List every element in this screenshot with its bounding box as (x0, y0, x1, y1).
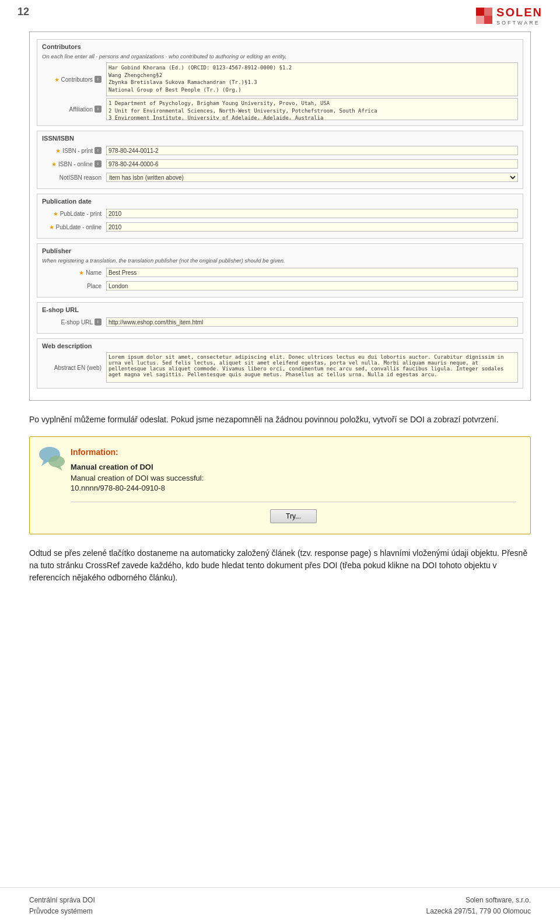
page-footer: Centrální správa DOI Průvodce systémem S… (0, 887, 560, 924)
isbn-online-info-icon: i (94, 160, 102, 167)
pubdate-online-star: ★ (49, 224, 54, 230)
eshop-label: E-shop URL i (42, 318, 106, 326)
info-box-title: Information: (71, 447, 516, 457)
isbn-online-star: ★ (51, 161, 57, 167)
isbn-print-info-icon: i (94, 147, 102, 154)
logo-solen: SOLEN SOFTWARE (476, 6, 542, 26)
contributors-label: ★ Contributors i (42, 76, 106, 83)
footer-right-line1: Solen software, s.r.o. (426, 895, 531, 906)
publisher-name-row: ★ Name (42, 267, 518, 278)
publisher-name-label: ★ Name (42, 270, 106, 276)
footer-left-line1: Centrální správa DOI (29, 895, 95, 906)
pubdate-print-star: ★ (53, 211, 58, 217)
contributors-hint: On each line enter all · persons and org… (42, 53, 518, 60)
publisher-place-row: Place (42, 280, 518, 292)
publisher-place-input[interactable] (106, 281, 518, 290)
footer-right: Solen software, s.r.o. Lazecká 297/51, 7… (426, 895, 531, 917)
eshop-section: E-shop URL E-shop URL i (37, 302, 523, 334)
svg-rect-2 (476, 16, 484, 24)
affiliation-input[interactable]: 1 Department of Psychology, Brigham Youn… (106, 98, 518, 120)
body-text-2: Odtud se přes zelené tlačítko dostaneme … (29, 547, 531, 584)
affiliation-field-row: Affiliation i 1 Department of Psychology… (42, 98, 518, 120)
publication-date-title: Publication date (42, 198, 518, 205)
svg-rect-1 (484, 8, 492, 16)
issn-isbn-title: ISSN/ISBN (42, 135, 518, 142)
issn-isbn-section: ISSN/ISBN ★ ISBN - print i ★ ISBN - onli… (37, 131, 523, 189)
svg-marker-7 (55, 466, 62, 471)
eshop-row: E-shop URL i (42, 316, 518, 328)
main-content: Contributors On each line enter all · pe… (0, 26, 560, 607)
notisbn-select[interactable]: item has isbn (written above) (106, 173, 518, 182)
eshop-info-icon: i (94, 318, 102, 326)
pubdate-online-row: ★ PubLdate - online (42, 221, 518, 233)
speech-bubbles-icon (38, 445, 67, 474)
info-box-success: Manual creation of DOI was successful: (71, 474, 516, 482)
abstract-input[interactable]: Lorem ipsum dolor sit amet, consectetur … (106, 352, 518, 383)
contributors-info-icon: i (94, 76, 102, 83)
notisbn-row: NotISBN reason item has isbn (written ab… (42, 172, 518, 183)
eshop-input[interactable] (106, 317, 518, 327)
pubdate-print-label: ★ PubLdate - print (42, 211, 106, 217)
publisher-hint: When registering a translation, the tran… (42, 257, 518, 264)
isbn-online-label: ★ ISBN - online i (42, 160, 106, 167)
abstract-row: Abstract EN (web) Lorem ipsum dolor sit … (42, 352, 518, 383)
footer-right-line2: Lazecká 297/51, 779 00 Olomouc (426, 906, 531, 917)
info-box-doi: 10.nnnn/978-80-244-0910-8 (71, 484, 516, 492)
contributors-field-row: ★ Contributors i Har Gobind Khorana (Ed.… (42, 62, 518, 96)
publisher-title: Publisher (42, 247, 518, 254)
bottom-section: Odtud se přes zelené tlačítko dostaneme … (29, 547, 531, 584)
affiliation-label: Affiliation i (42, 106, 106, 113)
footer-left: Centrální správa DOI Průvodce systémem (29, 895, 95, 917)
solen-logo-icon (476, 8, 492, 24)
body-text-1: Po vyplnění můžeme formulář odeslat. Pok… (29, 414, 531, 426)
page-header: 12 SOLEN SOFTWARE (0, 0, 560, 26)
pubdate-print-row: ★ PubLdate - print (42, 208, 518, 219)
svg-point-6 (48, 456, 65, 467)
publisher-place-label: Place (42, 283, 106, 289)
form-screenshot: Contributors On each line enter all · pe… (29, 32, 531, 401)
footer-left-line2: Průvodce systémem (29, 906, 95, 917)
isbn-print-row: ★ ISBN - print i (42, 145, 518, 156)
web-description-section: Web description Abstract EN (web) Lorem … (37, 338, 523, 388)
logo-software: SOFTWARE (496, 20, 542, 26)
info-box-icon (38, 445, 65, 472)
publisher-section: Publisher When registering a translation… (37, 243, 523, 298)
isbn-online-input[interactable] (106, 159, 518, 169)
publisher-name-input[interactable] (106, 268, 518, 277)
try-button[interactable]: Try... (270, 509, 317, 523)
pubdate-print-input[interactable] (106, 209, 518, 218)
page-number: 12 (18, 6, 29, 18)
isbn-print-star: ★ (55, 148, 61, 154)
svg-rect-3 (484, 16, 492, 24)
isbn-print-input[interactable] (106, 146, 518, 155)
contributors-star: ★ (54, 76, 60, 83)
svg-rect-0 (476, 8, 484, 16)
notisbn-label: NotISBN reason (42, 174, 106, 181)
publication-date-section: Publication date ★ PubLdate - print ★ Pu… (37, 194, 523, 239)
contributors-input[interactable]: Har Gobind Khorana (Ed.) (ORCID: 0123-45… (106, 62, 518, 96)
eshop-title: E-shop URL (42, 306, 518, 313)
web-description-title: Web description (42, 342, 518, 349)
info-box-divider (71, 502, 516, 502)
contributors-section: Contributors On each line enter all · pe… (37, 39, 523, 126)
info-box-content-label: Manual creation of DOI (71, 463, 516, 471)
pubdate-online-input[interactable] (106, 222, 518, 232)
affiliation-info-icon: i (94, 106, 102, 113)
isbn-print-label: ★ ISBN - print i (42, 147, 106, 154)
contributors-title: Contributors (42, 43, 518, 50)
isbn-online-row: ★ ISBN - online i (42, 158, 518, 170)
abstract-label: Abstract EN (web) (42, 365, 106, 371)
logo-text: SOLEN (496, 6, 542, 19)
publisher-name-star: ★ (79, 270, 84, 276)
pubdate-online-label: ★ PubLdate - online (42, 224, 106, 230)
info-box: Information: Manual creation of DOI Manu… (29, 436, 531, 534)
logo-area: SOLEN SOFTWARE (476, 6, 542, 26)
